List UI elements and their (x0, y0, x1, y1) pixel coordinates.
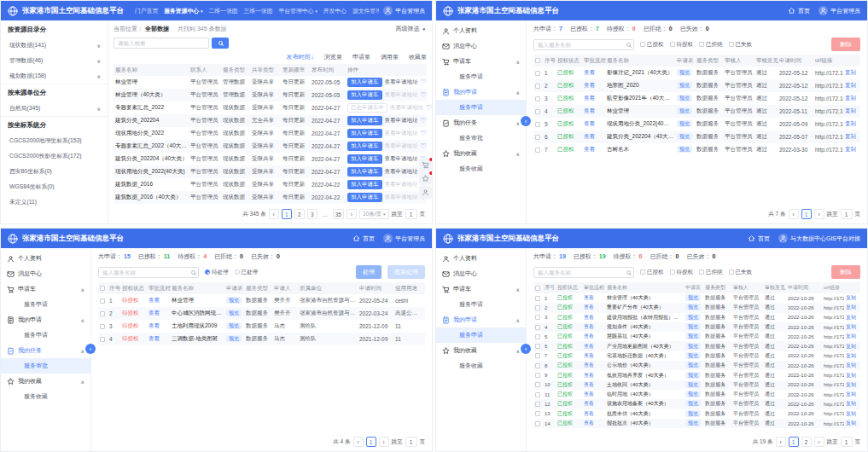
next-page-button[interactable]: › (814, 209, 824, 219)
next-page-button[interactable]: › (379, 437, 389, 447)
view-flow-link[interactable]: 查看 (149, 322, 172, 330)
row-checkbox[interactable] (535, 421, 540, 426)
handle-button[interactable]: 处理 (356, 265, 382, 279)
add-to-cart-button[interactable]: 加入申请车 (347, 142, 382, 151)
sidebar-collapse-button[interactable]: ‹ (521, 116, 531, 126)
preview-form-link[interactable]: 预览 (685, 333, 701, 339)
preview-form-link[interactable]: 预览 (685, 362, 701, 368)
collection-float-button[interactable] (419, 172, 432, 185)
preview-form-link[interactable]: 预览 (677, 146, 692, 153)
copy-link[interactable]: 复制 (846, 352, 856, 360)
favorite-icon[interactable]: ♡ (421, 143, 427, 150)
copy-link[interactable]: 复制 (846, 343, 856, 351)
home-link[interactable]: 首页 (748, 235, 770, 243)
nav-item-3d-map[interactable]: 三维一张图 (243, 7, 272, 15)
sidebar-item-wgs84[interactable]: WGS84坐标系(0) (1, 179, 108, 194)
row-checkbox[interactable] (100, 298, 105, 304)
preview-form-link[interactable]: 预览 (685, 381, 701, 388)
favorite-icon[interactable]: ♡ (421, 130, 427, 137)
sidebar-subitem-cart-service-apply[interactable]: 服务申请 (436, 297, 526, 312)
preview-form-link[interactable]: 预览 (677, 95, 692, 101)
home-link[interactable]: 首页 (352, 235, 375, 243)
copy-link[interactable]: 复制 (845, 82, 856, 90)
copy-link[interactable]: 复制 (845, 95, 856, 102)
copy-link[interactable]: 复制 (846, 314, 856, 322)
preview-form-link[interactable]: 预览 (226, 322, 242, 329)
add-to-cart-button[interactable]: 加入申请车 (347, 78, 382, 87)
row-checkbox[interactable] (535, 402, 540, 407)
view-address-link[interactable]: 查看申请地址 (385, 194, 418, 201)
sidebar-subitem-service-favorites[interactable]: 服务收藏 (436, 161, 526, 177)
view-address-link[interactable]: 查看申请地址 (390, 104, 423, 112)
prev-page-button[interactable]: ‹ (353, 437, 364, 447)
preview-form-link[interactable]: 预览 (677, 120, 692, 127)
favorite-icon[interactable]: ♡ (426, 105, 432, 112)
page-button-2[interactable]: 2 (294, 209, 305, 219)
view-address-link[interactable]: 查看申请地址 (385, 142, 418, 150)
nav-item-dev-center[interactable]: 开发中心 (323, 7, 347, 15)
view-address-link[interactable]: 查看申请地址 (385, 78, 418, 86)
delete-button[interactable]: 删除 (831, 265, 860, 279)
sidebar-subitem-service-favorites[interactable]: 服务收藏 (436, 358, 526, 374)
view-flow-link[interactable]: 查看 (584, 391, 607, 398)
header-checkbox[interactable] (100, 286, 105, 291)
jump-page-input[interactable]: 1 (841, 437, 853, 447)
preview-form-link[interactable]: 预览 (685, 410, 701, 417)
preview-form-link[interactable]: 预览 (677, 133, 692, 140)
row-checkbox[interactable] (535, 353, 540, 358)
sidebar-subitem-service-application[interactable]: 服务申请 (1, 327, 90, 343)
add-to-cart-button[interactable]: 加入申请车 (347, 90, 382, 100)
jump-page-input[interactable]: 1 (841, 209, 853, 219)
add-to-cart-button[interactable]: 加入申请车 (347, 193, 382, 202)
copy-link[interactable]: 复制 (846, 333, 856, 340)
page-button-3[interactable]: 3 (307, 209, 317, 219)
prev-page-button[interactable]: ‹ (789, 209, 799, 219)
sidebar-item-undefined-crs[interactable]: 未定义(11) (1, 194, 108, 210)
row-checkbox[interactable] (535, 382, 540, 387)
view-flow-link[interactable]: 查看 (584, 69, 607, 77)
preview-form-link[interactable]: 预览 (226, 335, 242, 342)
sidebar-item-my-tasks[interactable]: 我的任务∧ (436, 115, 526, 130)
view-flow-link[interactable]: 查看 (584, 420, 607, 427)
next-page-button[interactable]: › (347, 209, 357, 219)
filter-expired[interactable]: 已失效 (729, 41, 753, 49)
view-flow-link[interactable]: 查看 (584, 304, 607, 311)
sort-tab-views[interactable]: 浏览量 (324, 53, 342, 61)
view-flow-link[interactable]: 查看 (584, 95, 607, 102)
add-to-cart-button[interactable]: 加入申请车 (347, 167, 382, 177)
view-flow-link[interactable]: 查看 (584, 343, 607, 351)
preview-form-link[interactable]: 预览 (685, 323, 701, 330)
sidebar-item-message-center[interactable]: 消息中心 (436, 266, 526, 281)
jump-page-input[interactable]: 1 (405, 209, 417, 219)
add-to-cart-button[interactable]: 加入申请车 (347, 154, 382, 164)
sidebar-subitem-service-favorites[interactable]: 服务收藏 (1, 389, 90, 404)
profile-float-button[interactable] (419, 186, 432, 199)
row-checkbox[interactable] (535, 325, 540, 330)
sort-tab-favorites[interactable]: 收藏量 (409, 53, 427, 61)
favorite-icon[interactable]: ♡ (421, 118, 427, 125)
user-menu[interactable]: 与大数据中心GIS平台对接 (778, 234, 860, 243)
favorite-icon[interactable]: ♡ (421, 79, 427, 86)
sidebar-item-cart[interactable]: 申请车∧ (1, 281, 90, 297)
row-checkbox[interactable] (100, 324, 105, 329)
view-flow-link[interactable]: 查看 (584, 333, 607, 340)
prev-page-button[interactable]: ‹ (269, 209, 279, 219)
nav-item-2d-map[interactable]: 二维一张图 (208, 7, 237, 15)
filter-rejected[interactable]: 已拒绝 (699, 41, 723, 49)
preview-form-link[interactable]: 预览 (685, 420, 701, 426)
view-flow-link[interactable]: 查看 (584, 82, 607, 90)
view-address-link[interactable]: 查看申请地址 (385, 91, 418, 99)
view-address-link[interactable]: 查看申请地址 (385, 168, 418, 176)
header-checkbox[interactable] (535, 58, 540, 63)
view-flow-link[interactable]: 查看 (584, 352, 607, 360)
search-input[interactable] (98, 267, 199, 278)
preview-form-link[interactable]: 预览 (685, 391, 701, 397)
row-checkbox[interactable] (535, 411, 540, 416)
sidebar-subitem-cart-service-apply[interactable]: 服务申请 (436, 69, 526, 84)
search-button[interactable] (212, 38, 229, 49)
view-flow-link[interactable]: 查看 (149, 310, 172, 317)
view-flow-link[interactable]: 查看 (584, 294, 607, 302)
copy-link[interactable]: 复制 (846, 372, 856, 380)
nav-item-source-file-center[interactable]: 源文件管理中心 (352, 7, 379, 15)
view-address-link[interactable]: 查看申请地址 (385, 155, 418, 163)
